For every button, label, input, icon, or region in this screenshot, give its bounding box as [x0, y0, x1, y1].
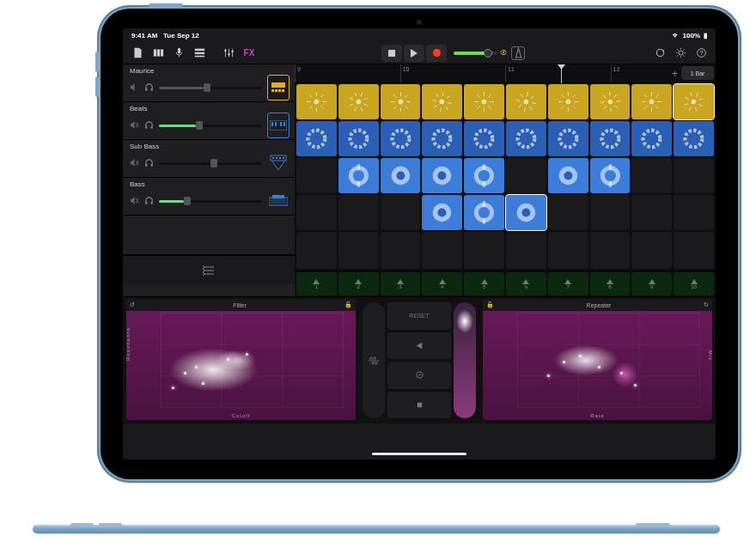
loop-cell[interactable]: [381, 84, 421, 119]
loop-cell[interactable]: [464, 232, 504, 269]
loop-cell[interactable]: [631, 121, 672, 156]
scene-launch-all-button[interactable]: [123, 255, 295, 284]
loop-cell[interactable]: [464, 158, 504, 193]
mixer-button[interactable]: [219, 44, 238, 63]
instrument-icon-drum-machine[interactable]: [267, 75, 290, 100]
record-button[interactable]: [426, 45, 447, 62]
track-volume-slider[interactable]: [159, 193, 262, 209]
loop-cell[interactable]: [674, 232, 714, 269]
loop-cell[interactable]: [631, 232, 672, 269]
loop-cell[interactable]: [506, 195, 546, 230]
xy-lock-icon[interactable]: 🔓: [344, 301, 352, 308]
stop-button[interactable]: [381, 45, 402, 62]
loop-cell[interactable]: [631, 84, 672, 119]
loop-button[interactable]: [650, 44, 669, 63]
headphones-icon[interactable]: [144, 196, 154, 205]
instrument-icon-keyboard[interactable]: [267, 113, 290, 138]
instrument-icon-synth[interactable]: [267, 188, 290, 214]
loop-cell[interactable]: [590, 84, 631, 119]
home-indicator[interactable]: [372, 453, 466, 455]
reverse-button[interactable]: [387, 332, 451, 360]
mute-icon[interactable]: [130, 120, 139, 130]
column-trigger[interactable]: 10: [674, 272, 714, 295]
loop-cell[interactable]: [338, 195, 379, 230]
track-header-maurice[interactable]: Maurice: [123, 64, 295, 102]
loop-cell[interactable]: [590, 195, 631, 230]
track-header-beats[interactable]: Beats: [123, 102, 295, 140]
track-header-bass[interactable]: Bass: [123, 178, 295, 216]
loop-cell[interactable]: [548, 232, 588, 269]
master-volume[interactable]: ⦿: [454, 49, 507, 57]
loop-cell[interactable]: [338, 158, 379, 193]
loop-cell[interactable]: [296, 232, 337, 269]
instrument-icon-synth-stand[interactable]: [267, 150, 290, 176]
column-trigger[interactable]: 8: [590, 272, 631, 295]
bar-length-selector[interactable]: 1 Bar: [681, 66, 714, 80]
xy-reset-icon[interactable]: ↻: [704, 301, 709, 308]
zoom-in-button[interactable]: +: [672, 68, 678, 80]
gate-slider[interactable]: [363, 302, 385, 418]
loop-cell[interactable]: [464, 121, 504, 156]
column-trigger[interactable]: 7: [548, 272, 588, 295]
loop-cell[interactable]: [674, 121, 714, 156]
loop-cell[interactable]: [674, 158, 714, 193]
loop-cell[interactable]: [548, 84, 588, 119]
new-project-button[interactable]: [128, 44, 147, 63]
headphones-icon[interactable]: [144, 120, 154, 130]
loop-cell[interactable]: [548, 195, 588, 230]
fx-button[interactable]: FX: [240, 44, 259, 63]
loop-cell[interactable]: [422, 232, 462, 269]
loop-cell[interactable]: [422, 84, 462, 119]
browser-button[interactable]: [149, 44, 168, 63]
column-trigger[interactable]: 2: [338, 272, 379, 295]
loop-cell[interactable]: [548, 158, 588, 193]
timeline-ruler[interactable]: 9 10 11 12 + 1 Bar: [295, 64, 716, 83]
loop-cell[interactable]: [381, 121, 421, 156]
loop-cell[interactable]: [506, 158, 546, 193]
loop-cell[interactable]: [296, 158, 337, 193]
loop-cell[interactable]: [674, 195, 714, 230]
mute-icon[interactable]: [130, 158, 139, 167]
column-trigger[interactable]: 4: [422, 272, 462, 295]
track-volume-slider[interactable]: [159, 80, 262, 95]
xy-lock-icon[interactable]: 🔓: [486, 301, 494, 308]
loop-cell[interactable]: [506, 121, 546, 156]
loop-cell[interactable]: [674, 84, 714, 119]
loop-cell[interactable]: [506, 232, 546, 269]
reset-button[interactable]: RESET: [387, 302, 451, 330]
loop-cell[interactable]: [381, 158, 421, 193]
loop-cell[interactable]: [381, 232, 421, 269]
settings-button[interactable]: [671, 44, 690, 63]
loop-cell[interactable]: [338, 121, 379, 156]
help-button[interactable]: ?: [692, 44, 710, 63]
loop-cell[interactable]: [338, 84, 379, 119]
loop-cell[interactable]: [506, 84, 546, 119]
loop-cell[interactable]: [590, 158, 631, 193]
tape-stop-button[interactable]: [387, 392, 451, 419]
metronome-button[interactable]: [509, 44, 527, 63]
playhead[interactable]: [561, 64, 562, 83]
loop-cell[interactable]: [422, 195, 462, 230]
loop-cell[interactable]: [422, 121, 462, 156]
play-button[interactable]: [404, 45, 424, 62]
downsample-slider[interactable]: [454, 302, 476, 418]
loop-cell[interactable]: [631, 195, 672, 230]
tracks-view-button[interactable]: [190, 44, 209, 63]
loop-cell[interactable]: [296, 195, 337, 230]
track-volume-slider[interactable]: [159, 155, 262, 171]
loop-cell[interactable]: [296, 121, 337, 156]
loop-cell[interactable]: [590, 232, 631, 269]
empty-track-slot[interactable]: [123, 216, 295, 255]
column-trigger[interactable]: 6: [506, 272, 546, 295]
track-header-sub-bass[interactable]: Sub Bass: [123, 140, 295, 178]
column-trigger[interactable]: 5: [464, 272, 504, 295]
loop-cell[interactable]: [548, 121, 588, 156]
xy-pad-repeater[interactable]: 🔓 Repeater ↻ Rate Mix: [483, 301, 712, 420]
headphones-icon[interactable]: [144, 82, 154, 92]
xy-pad-filter[interactable]: ↺ Filter 🔓 Cutoff Resonance: [126, 301, 356, 420]
mute-icon[interactable]: [130, 196, 139, 205]
column-trigger[interactable]: 1: [296, 272, 337, 295]
column-trigger[interactable]: 3: [381, 272, 421, 295]
loop-cell[interactable]: [338, 232, 379, 269]
loop-cell[interactable]: [422, 158, 462, 193]
